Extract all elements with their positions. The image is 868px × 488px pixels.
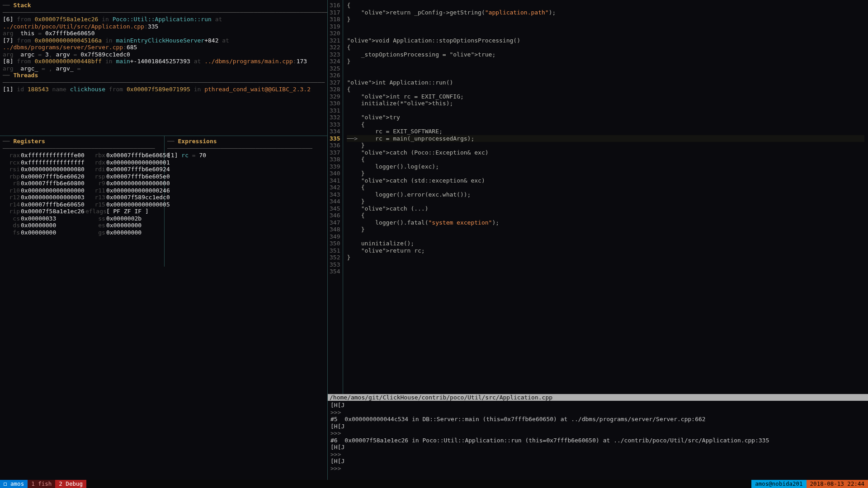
register-cell: rdx <box>85 159 105 166</box>
register-cell: 0x00000000 <box>106 229 170 236</box>
register-cell: r14 <box>3 201 20 208</box>
session-name[interactable]: ◻ amos <box>0 480 28 488</box>
threads-title: Threads <box>13 72 38 79</box>
register-cell: eflags <box>85 208 105 215</box>
register-cell: ds <box>3 222 20 229</box>
register-cell: 0x00007fffb6e60800 <box>21 180 85 187</box>
datetime: 2018-08-13 22:44 <box>807 480 868 488</box>
stack-frame[interactable]: [6] from 0x00007f58a1e1ec26 in Poco::Uti… <box>3 16 325 30</box>
register-cell: 0x00007f58a1e1ec26 <box>21 208 85 215</box>
register-cell: 0x00000033 <box>21 215 85 222</box>
register-cell: rip <box>3 208 20 215</box>
register-cell: r11 <box>85 187 105 194</box>
tmux-statusbar: ◻ amos 1 fish 2 Debug amos@nobida201 201… <box>0 480 868 488</box>
stack-panel: ── Stack ───────────────────────────────… <box>0 0 327 136</box>
register-cell: rsi <box>3 166 20 173</box>
register-cell: 0x0000000000000246 <box>106 187 170 194</box>
register-cell: rbx <box>85 152 105 159</box>
register-cell: 0xffffffffffffffff <box>21 159 85 166</box>
register-cell: rbp <box>3 173 20 180</box>
stack-frame[interactable]: arg argc_ = , argv_ = <box>3 65 325 72</box>
register-cell: fs <box>3 229 20 236</box>
register-cell: 0x00007f589cc1edc0 <box>106 194 170 201</box>
register-cell: [ PF ZF IF ] <box>106 208 170 215</box>
register-cell: 0x00007fffb6e60650 <box>21 201 85 208</box>
register-cell: rsp <box>85 173 105 180</box>
register-cell: r12 <box>3 194 20 201</box>
register-cell: 0x0000000000000000 <box>21 187 85 194</box>
register-cell: 0x00000000 <box>21 229 85 236</box>
thread-row[interactable]: [1] id 188543 name clickhouse from 0x000… <box>3 86 325 93</box>
register-cell: ss <box>85 215 105 222</box>
registers-title: Registers <box>13 138 45 145</box>
register-cell: r15 <box>85 201 105 208</box>
register-cell: 0x0000002b <box>106 215 170 222</box>
register-cell: 0x00000000 <box>21 222 85 229</box>
register-cell: rcx <box>3 159 20 166</box>
register-cell: es <box>85 222 105 229</box>
stack-title: Stack <box>13 2 31 9</box>
stack-frame[interactable]: [8] from 0x00000000000448bff in main+-14… <box>3 58 325 65</box>
register-cell: 0x0000000000000001 <box>106 159 170 166</box>
register-cell: 0x00007fffb6e60924 <box>106 166 170 173</box>
register-cell: gs <box>85 229 105 236</box>
register-cell: 0x00007fffb6e60650 <box>106 152 170 159</box>
register-cell: 0x0000000000000000 <box>106 180 170 187</box>
register-cell: 0x0000000000000005 <box>106 201 170 208</box>
expressions-panel: ── Expressions ─────────────────────────… <box>165 136 327 267</box>
register-cell: 0x00007fffb6e605e0 <box>106 173 170 180</box>
register-cell: r8 <box>3 180 20 187</box>
register-cell: 0x00007fffb6e60620 <box>21 173 85 180</box>
gdb-console[interactable]: [H[J>>>#5 0x000000000044c534 in DB::Serv… <box>328 401 868 480</box>
register-cell: rax <box>3 152 20 159</box>
expressions-title: Expressions <box>178 138 217 145</box>
file-path: /home/amos/git/ClickHouse/contrib/poco/U… <box>328 394 868 401</box>
register-cell: cs <box>3 215 20 222</box>
stack-frame[interactable]: arg argc = 3, argv = 0x7f589cc1edc0 <box>3 51 325 58</box>
source-view[interactable]: 3163173183193203213223233243253263273283… <box>328 0 868 394</box>
window-1[interactable]: 1 fish <box>28 480 55 488</box>
register-cell: rdi <box>85 166 105 173</box>
expression-row[interactable]: [1] rc = 70 <box>167 152 325 159</box>
register-cell: 0x0000000000000080 <box>21 166 85 173</box>
hostname: amos@nobida201 <box>751 480 806 488</box>
register-cell: 0x00000000 <box>106 222 170 229</box>
registers-panel: ── Registers ───────────────────────────… <box>0 136 165 267</box>
register-cell: 0x0000000000000003 <box>21 194 85 201</box>
register-cell: 0xfffffffffffffe00 <box>21 152 85 159</box>
stack-frame[interactable]: [7] from 0x0000000000045166a in mainEntr… <box>3 37 325 51</box>
register-cell: r9 <box>85 180 105 187</box>
window-2-active[interactable]: 2 Debug <box>55 480 86 488</box>
register-cell: r13 <box>85 194 105 201</box>
stack-frame[interactable]: arg this = 0x7fffb6e60650 <box>3 30 325 37</box>
register-cell: r10 <box>3 187 20 194</box>
